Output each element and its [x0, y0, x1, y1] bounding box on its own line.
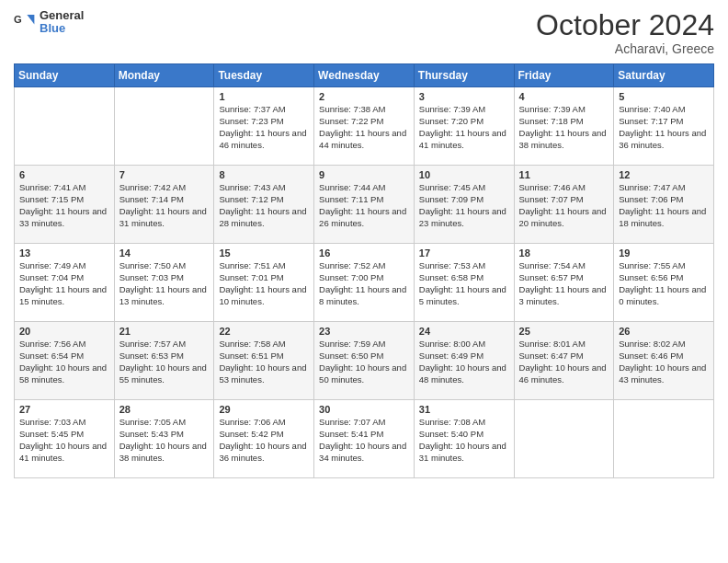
- day-number: 11: [519, 169, 609, 180]
- day-info: Sunrise: 7:41 AMSunset: 7:15 PMDaylight:…: [19, 182, 109, 229]
- day-info: Sunrise: 7:54 AMSunset: 6:57 PMDaylight:…: [519, 260, 609, 307]
- day-info: Sunrise: 7:37 AMSunset: 7:23 PMDaylight:…: [219, 104, 309, 151]
- logo-text: General Blue: [40, 9, 84, 36]
- calendar-cell: 29Sunrise: 7:06 AMSunset: 5:42 PMDayligh…: [214, 400, 314, 478]
- day-number: 14: [119, 247, 210, 259]
- header-row: Sunday Monday Tuesday Wednesday Thursday…: [15, 64, 714, 87]
- day-number: 24: [419, 326, 509, 337]
- day-info: Sunrise: 7:46 AMSunset: 7:07 PMDaylight:…: [519, 182, 609, 229]
- logo-line2: Blue: [40, 22, 84, 35]
- day-number: 6: [19, 169, 109, 180]
- calendar-cell: 15Sunrise: 7:51 AMSunset: 7:01 PMDayligh…: [214, 244, 314, 322]
- calendar-cell: [614, 400, 714, 478]
- day-info: Sunrise: 7:05 AMSunset: 5:43 PMDaylight:…: [119, 417, 210, 464]
- calendar-cell: 27Sunrise: 7:03 AMSunset: 5:45 PMDayligh…: [15, 400, 115, 478]
- svg-text:G: G: [14, 14, 22, 25]
- logo: G General Blue: [14, 9, 84, 36]
- week-row-4: 20Sunrise: 7:56 AMSunset: 6:54 PMDayligh…: [15, 322, 714, 400]
- day-number: 18: [519, 247, 609, 259]
- day-info: Sunrise: 7:55 AMSunset: 6:56 PMDaylight:…: [619, 260, 709, 307]
- day-info: Sunrise: 7:52 AMSunset: 7:00 PMDaylight:…: [319, 260, 409, 307]
- header-saturday: Saturday: [614, 64, 714, 87]
- day-number: 1: [219, 91, 309, 102]
- day-number: 7: [119, 169, 210, 180]
- day-number: 2: [319, 91, 409, 102]
- calendar-cell: 9Sunrise: 7:44 AMSunset: 7:11 PMDaylight…: [314, 166, 415, 244]
- header-monday: Monday: [114, 64, 214, 87]
- day-info: Sunrise: 8:02 AMSunset: 6:46 PMDaylight:…: [619, 339, 709, 385]
- week-row-2: 6Sunrise: 7:41 AMSunset: 7:15 PMDaylight…: [15, 166, 714, 244]
- logo-line1: General: [40, 9, 84, 22]
- calendar-cell: 16Sunrise: 7:52 AMSunset: 7:00 PMDayligh…: [314, 244, 415, 322]
- day-info: Sunrise: 7:59 AMSunset: 6:50 PMDaylight:…: [319, 339, 409, 385]
- calendar-cell: 8Sunrise: 7:43 AMSunset: 7:12 PMDaylight…: [214, 166, 314, 244]
- day-info: Sunrise: 7:57 AMSunset: 6:53 PMDaylight:…: [119, 339, 210, 385]
- calendar-cell: 3Sunrise: 7:39 AMSunset: 7:20 PMDaylight…: [414, 87, 514, 166]
- day-info: Sunrise: 7:06 AMSunset: 5:42 PMDaylight:…: [219, 417, 309, 464]
- header-thursday: Thursday: [414, 64, 514, 87]
- calendar-cell: 20Sunrise: 7:56 AMSunset: 6:54 PMDayligh…: [15, 322, 115, 400]
- day-info: Sunrise: 7:07 AMSunset: 5:41 PMDaylight:…: [319, 417, 409, 464]
- page-header: G General Blue October 2024 Acharavi, Gr…: [14, 9, 714, 56]
- calendar-cell: 7Sunrise: 7:42 AMSunset: 7:14 PMDaylight…: [114, 166, 214, 244]
- calendar-cell: 30Sunrise: 7:07 AMSunset: 5:41 PMDayligh…: [314, 400, 415, 478]
- calendar-cell: [114, 87, 214, 166]
- day-info: Sunrise: 7:03 AMSunset: 5:45 PMDaylight:…: [19, 417, 109, 464]
- calendar-cell: 5Sunrise: 7:40 AMSunset: 7:17 PMDaylight…: [614, 87, 714, 166]
- day-number: 16: [319, 247, 409, 259]
- calendar-cell: [514, 400, 614, 478]
- calendar-cell: 24Sunrise: 8:00 AMSunset: 6:49 PMDayligh…: [414, 322, 514, 400]
- day-number: 29: [219, 404, 309, 415]
- month-title: October 2024: [536, 9, 714, 41]
- calendar-cell: 22Sunrise: 7:58 AMSunset: 6:51 PMDayligh…: [214, 322, 314, 400]
- day-number: 30: [319, 404, 409, 415]
- calendar-cell: 21Sunrise: 7:57 AMSunset: 6:53 PMDayligh…: [114, 322, 214, 400]
- day-info: Sunrise: 7:40 AMSunset: 7:17 PMDaylight:…: [619, 104, 709, 151]
- day-number: 3: [419, 91, 509, 102]
- header-friday: Friday: [514, 64, 614, 87]
- calendar-cell: 2Sunrise: 7:38 AMSunset: 7:22 PMDaylight…: [314, 87, 415, 166]
- day-info: Sunrise: 7:44 AMSunset: 7:11 PMDaylight:…: [319, 182, 409, 229]
- day-info: Sunrise: 7:50 AMSunset: 7:03 PMDaylight:…: [119, 260, 210, 307]
- day-number: 8: [219, 169, 309, 180]
- day-info: Sunrise: 7:08 AMSunset: 5:40 PMDaylight:…: [419, 417, 509, 464]
- day-info: Sunrise: 7:42 AMSunset: 7:14 PMDaylight:…: [119, 182, 210, 229]
- day-number: 22: [219, 326, 309, 337]
- day-info: Sunrise: 8:01 AMSunset: 6:47 PMDaylight:…: [519, 339, 609, 385]
- calendar-cell: 4Sunrise: 7:39 AMSunset: 7:18 PMDaylight…: [514, 87, 614, 166]
- day-info: Sunrise: 7:38 AMSunset: 7:22 PMDaylight:…: [319, 104, 409, 151]
- day-number: 28: [119, 404, 210, 415]
- calendar-header: Sunday Monday Tuesday Wednesday Thursday…: [15, 64, 714, 87]
- day-number: 17: [419, 247, 509, 259]
- day-info: Sunrise: 8:00 AMSunset: 6:49 PMDaylight:…: [419, 339, 509, 385]
- calendar-cell: 17Sunrise: 7:53 AMSunset: 6:58 PMDayligh…: [414, 244, 514, 322]
- calendar-cell: 6Sunrise: 7:41 AMSunset: 7:15 PMDaylight…: [15, 166, 115, 244]
- calendar-table: Sunday Monday Tuesday Wednesday Thursday…: [14, 63, 714, 478]
- week-row-1: 1Sunrise: 7:37 AMSunset: 7:23 PMDaylight…: [15, 87, 714, 166]
- calendar-cell: 14Sunrise: 7:50 AMSunset: 7:03 PMDayligh…: [114, 244, 214, 322]
- day-number: 31: [419, 404, 509, 415]
- calendar-cell: 12Sunrise: 7:47 AMSunset: 7:06 PMDayligh…: [614, 166, 714, 244]
- calendar-cell: [15, 87, 115, 166]
- day-number: 10: [419, 169, 509, 180]
- day-number: 23: [319, 326, 409, 337]
- calendar-cell: 1Sunrise: 7:37 AMSunset: 7:23 PMDaylight…: [214, 87, 314, 166]
- day-number: 19: [619, 247, 709, 259]
- header-tuesday: Tuesday: [214, 64, 314, 87]
- calendar-cell: 19Sunrise: 7:55 AMSunset: 6:56 PMDayligh…: [614, 244, 714, 322]
- calendar-cell: 23Sunrise: 7:59 AMSunset: 6:50 PMDayligh…: [314, 322, 415, 400]
- calendar-cell: 13Sunrise: 7:49 AMSunset: 7:04 PMDayligh…: [15, 244, 115, 322]
- day-info: Sunrise: 7:43 AMSunset: 7:12 PMDaylight:…: [219, 182, 309, 229]
- svg-marker-1: [27, 15, 34, 24]
- day-number: 13: [19, 247, 109, 259]
- day-number: 12: [619, 169, 709, 180]
- title-area: October 2024 Acharavi, Greece: [536, 9, 714, 56]
- week-row-3: 13Sunrise: 7:49 AMSunset: 7:04 PMDayligh…: [15, 244, 714, 322]
- day-info: Sunrise: 7:58 AMSunset: 6:51 PMDaylight:…: [219, 339, 309, 385]
- day-number: 9: [319, 169, 409, 180]
- day-number: 5: [619, 91, 709, 102]
- day-number: 15: [219, 247, 309, 259]
- header-wednesday: Wednesday: [314, 64, 415, 87]
- calendar-cell: 10Sunrise: 7:45 AMSunset: 7:09 PMDayligh…: [414, 166, 514, 244]
- day-info: Sunrise: 7:45 AMSunset: 7:09 PMDaylight:…: [419, 182, 509, 229]
